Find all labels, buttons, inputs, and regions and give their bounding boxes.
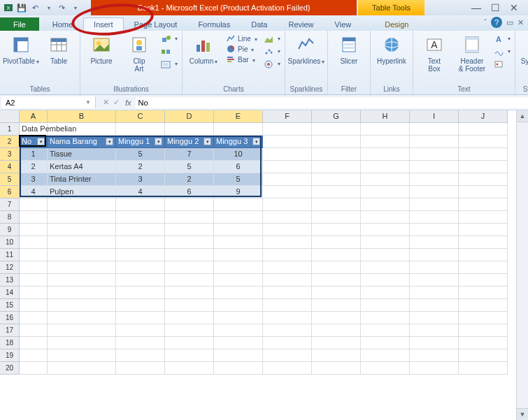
cell-D10[interactable] <box>165 236 214 249</box>
hyperlink-button[interactable]: Hyperlink <box>375 34 408 65</box>
cell-I14[interactable] <box>410 287 459 299</box>
signature-icon[interactable] <box>493 46 504 57</box>
cell-C12[interactable] <box>116 261 165 274</box>
cell-J18[interactable] <box>459 337 508 349</box>
cell-E2[interactable]: Minggu 3▾ <box>214 136 263 148</box>
cell-G20[interactable] <box>312 362 361 375</box>
cell-F14[interactable] <box>263 287 312 299</box>
cell-C16[interactable] <box>116 312 165 324</box>
cell-H9[interactable] <box>361 224 410 236</box>
row-header-13[interactable]: 13 <box>0 274 20 287</box>
screenshot-icon[interactable] <box>160 59 171 70</box>
smartart-icon[interactable] <box>160 46 171 57</box>
row-header-14[interactable]: 14 <box>0 287 20 299</box>
cell-F4[interactable] <box>263 161 312 173</box>
cell-B14[interactable] <box>48 287 116 299</box>
column-header-H[interactable]: H <box>361 110 410 123</box>
cell-F9[interactable] <box>263 224 312 236</box>
cell-J7[interactable] <box>459 198 508 211</box>
row-header-15[interactable]: 15 <box>0 299 20 312</box>
area-chart-icon[interactable] <box>263 34 274 45</box>
cell-J15[interactable] <box>459 299 508 312</box>
cell-F3[interactable] <box>263 148 312 161</box>
cell-C13[interactable] <box>116 274 165 287</box>
cell-I7[interactable] <box>410 198 459 211</box>
cell-C11[interactable] <box>116 249 165 261</box>
bar-chart-button[interactable]: Bar <box>224 55 259 64</box>
shapes-dropdown[interactable] <box>173 34 178 45</box>
cell-F15[interactable] <box>263 299 312 312</box>
row-header-8[interactable]: 8 <box>0 211 20 224</box>
cell-A20[interactable] <box>20 362 48 375</box>
cell-D16[interactable] <box>165 312 214 324</box>
cell-B6[interactable]: Pulpen <box>48 186 116 198</box>
cell-G13[interactable] <box>312 274 361 287</box>
cell-G14[interactable] <box>312 287 361 299</box>
cell-G17[interactable] <box>312 324 361 337</box>
cell-J6[interactable] <box>459 186 508 198</box>
column-header-C[interactable]: C <box>116 110 165 123</box>
save-icon[interactable]: 💾 <box>16 2 27 13</box>
scroll-up-icon[interactable]: ▲ <box>517 110 528 122</box>
cell-E12[interactable] <box>214 261 263 274</box>
cell-I4[interactable] <box>410 161 459 173</box>
cell-G16[interactable] <box>312 312 361 324</box>
column-chart-button[interactable]: Column <box>187 34 220 66</box>
cell-A5[interactable]: 3 <box>20 173 48 186</box>
row-header-3[interactable]: 3 <box>0 148 20 161</box>
cell-I11[interactable] <box>410 249 459 261</box>
cell-D12[interactable] <box>165 261 214 274</box>
qat-customize[interactable] <box>69 2 80 13</box>
tab-view[interactable]: View <box>324 17 362 31</box>
cell-B7[interactable] <box>48 198 116 211</box>
column-header-D[interactable]: D <box>165 110 214 123</box>
cell-I9[interactable] <box>410 224 459 236</box>
cell-I10[interactable] <box>410 236 459 249</box>
cell-H1[interactable] <box>361 123 410 136</box>
sparklines-button[interactable]: Sparklines <box>290 34 323 66</box>
close-icon[interactable]: ✕ <box>510 2 518 13</box>
cell-C18[interactable] <box>116 337 165 349</box>
cell-F13[interactable] <box>263 274 312 287</box>
cell-D3[interactable]: 7 <box>165 148 214 161</box>
cell-C15[interactable] <box>116 299 165 312</box>
cell-H10[interactable] <box>361 236 410 249</box>
object-icon[interactable] <box>493 59 504 70</box>
workbook-close-icon[interactable]: ✕ <box>518 18 524 27</box>
cell-D15[interactable] <box>165 299 214 312</box>
cell-F7[interactable] <box>263 198 312 211</box>
cell-G5[interactable] <box>312 173 361 186</box>
cell-F17[interactable] <box>263 324 312 337</box>
cell-A3[interactable]: 1 <box>20 148 48 161</box>
cell-I20[interactable] <box>410 362 459 375</box>
cell-H15[interactable] <box>361 299 410 312</box>
name-box-input[interactable] <box>6 99 85 107</box>
bar-dropdown[interactable] <box>251 56 255 64</box>
cell-D4[interactable]: 5 <box>165 161 214 173</box>
cell-area[interactable]: Data PembelianNo▾Nama Barang▾Minggu 1▾Mi… <box>20 123 508 375</box>
row-header-4[interactable]: 4 <box>0 161 20 173</box>
other-dropdown[interactable] <box>276 59 280 70</box>
cell-F6[interactable] <box>263 186 312 198</box>
cell-A9[interactable] <box>20 224 48 236</box>
wordart-dropdown[interactable] <box>506 34 511 45</box>
help-icon[interactable]: ? <box>491 17 502 28</box>
cell-H8[interactable] <box>361 211 410 224</box>
cell-B18[interactable] <box>48 337 116 349</box>
row-header-19[interactable]: 19 <box>0 349 20 362</box>
tab-insert[interactable]: Insert <box>83 17 124 31</box>
cell-B13[interactable] <box>48 274 116 287</box>
cell-E8[interactable] <box>214 211 263 224</box>
cell-E10[interactable] <box>214 236 263 249</box>
cell-J13[interactable] <box>459 274 508 287</box>
row-header-9[interactable]: 9 <box>0 224 20 236</box>
cell-A11[interactable] <box>20 249 48 261</box>
cell-G3[interactable] <box>312 148 361 161</box>
cell-G2[interactable] <box>312 136 361 148</box>
cell-J8[interactable] <box>459 211 508 224</box>
cell-H2[interactable] <box>361 136 410 148</box>
cell-I8[interactable] <box>410 211 459 224</box>
cell-A6[interactable]: 4 <box>20 186 48 198</box>
cell-F18[interactable] <box>263 337 312 349</box>
cell-B5[interactable]: Tinta Printer <box>48 173 116 186</box>
